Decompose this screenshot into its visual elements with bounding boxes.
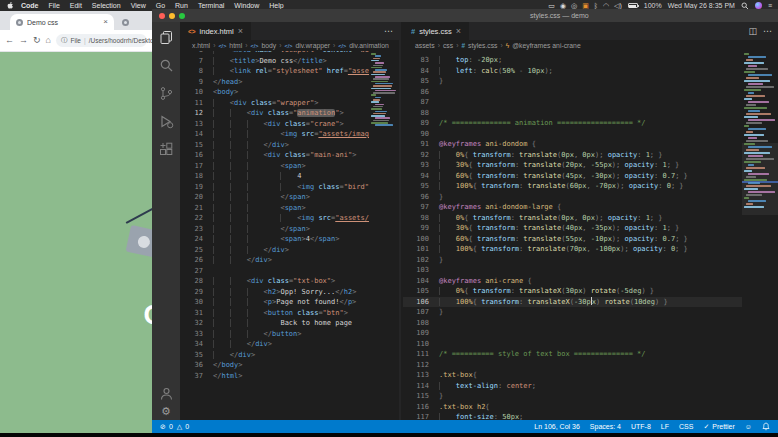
formatter-status[interactable]: ✓ Prettier — [703, 423, 734, 431]
code-line-20[interactable]: 20 </span> — [180, 192, 399, 203]
code-line-27[interactable]: 27 — [180, 266, 399, 277]
code-line-110[interactable]: 110 — [403, 339, 778, 350]
code-line-105[interactable]: 105 0%{ transform: translateX(30px) rota… — [403, 286, 778, 297]
code-line-22[interactable]: 22 <img src="assets/images/bird.png"> — [180, 213, 399, 224]
code-line-10[interactable]: 10<body> — [180, 87, 399, 98]
breadcrumb-item[interactable]: x.html — [192, 42, 210, 49]
breadcrumb-item[interactable]: styles.css — [468, 42, 497, 49]
code-line-89[interactable]: 89/* ============== animation ==========… — [403, 118, 778, 129]
code-line-94[interactable]: 94 60%{ transform: translate(45px, -30px… — [403, 171, 778, 182]
code-line-114[interactable]: 114 text-align: center; — [403, 381, 778, 392]
explorer-icon[interactable] — [159, 30, 174, 45]
control-center-icon[interactable]: ≡ — [768, 2, 772, 9]
code-line-7[interactable]: 7 <title>Demo css</title> — [180, 56, 399, 67]
breadcrumb-item[interactable]: div.animation — [349, 42, 389, 49]
menu-item-file[interactable]: File — [49, 2, 60, 9]
account-icon[interactable] — [159, 386, 174, 401]
code-line-36[interactable]: 36</body> — [180, 360, 399, 371]
breadcrumb-right[interactable]: assets›css›#styles.css›ϟ@keyframes ani-c… — [403, 40, 778, 51]
code-line-18[interactable]: 18 4 — [180, 171, 399, 182]
window-zoom-button[interactable] — [179, 13, 185, 19]
tab-close-icon[interactable]: × — [103, 18, 108, 26]
code-line-86[interactable]: 86 — [403, 87, 778, 98]
screen-record-icon[interactable]: ◎ — [571, 2, 577, 9]
code-line-103[interactable]: 103 — [403, 265, 778, 276]
code-editor-styles-css[interactable]: 83 top: -20px;84 left: calc(50% - 10px);… — [403, 51, 778, 420]
code-line-116[interactable]: 116.txt-box h2{ — [403, 402, 778, 413]
source-control-icon[interactable] — [159, 86, 174, 101]
code-line-37[interactable]: 37</html> — [180, 371, 399, 382]
code-line-19[interactable]: 19 <img class="bird" src — [180, 182, 399, 193]
code-line-31[interactable]: 31 <button class="btn"> — [180, 308, 399, 319]
code-line-15[interactable]: 15 </div> — [180, 140, 399, 151]
code-line-97[interactable]: 97@keyframes ani-dondom-large { — [403, 202, 778, 213]
problems-warnings[interactable]: △ 0 — [177, 423, 189, 431]
indentation[interactable]: Spaces: 4 — [590, 423, 621, 430]
tab-close-icon[interactable]: × — [456, 27, 461, 36]
color-app-icon[interactable]: ▣ — [582, 2, 589, 9]
home-icon[interactable]: ⌂ — [46, 36, 51, 45]
code-line-111[interactable]: 111/* ========== style of text box =====… — [403, 349, 778, 360]
more-actions-icon[interactable]: ⋯ — [763, 26, 772, 36]
breadcrumb-item[interactable]: div.wrapper — [295, 42, 330, 49]
code-line-8[interactable]: 8 <link rel="stylesheet" href="assets/cs… — [180, 66, 399, 77]
language-mode[interactable]: CSS — [679, 423, 693, 430]
code-line-87[interactable]: 87 — [403, 97, 778, 108]
code-line-95[interactable]: 95 100%{ transform: translate(60px, -70p… — [403, 181, 778, 192]
address-bar[interactable]: ⓘ File | /Users/hoodrrh/Desktop — [56, 34, 147, 47]
code-line-83[interactable]: 83 top: -20px; — [403, 55, 778, 66]
video-icon[interactable]: ◉ — [560, 2, 566, 9]
code-line-84[interactable]: 84 left: calc(50% - 10px); — [403, 66, 778, 77]
menu-item-edit[interactable]: Edit — [70, 2, 82, 9]
code-line-99[interactable]: 99 30%{ transform: translate(40px, -35px… — [403, 223, 778, 234]
reload-icon[interactable]: ↻ — [33, 36, 41, 45]
code-line-24[interactable]: 24 <span>4</span> — [180, 234, 399, 245]
problems-errors[interactable]: ⊘ 0 — [160, 423, 173, 431]
menu-clock[interactable]: Wed May 26 8:35 PM — [668, 2, 735, 9]
split-editor-icon[interactable]: ◫ — [748, 26, 757, 36]
menu-item-terminal[interactable]: Terminal — [198, 2, 224, 9]
code-line-93[interactable]: 93 30%{ transform: translate(20px, -55px… — [403, 160, 778, 171]
code-line-32[interactable]: 32 Back to home page — [180, 318, 399, 329]
code-line-21[interactable]: 21 <span> — [180, 203, 399, 214]
cursor-position[interactable]: Ln 106, Col 36 — [534, 423, 580, 430]
code-line-28[interactable]: 28 <div class="txt-box"> — [180, 276, 399, 287]
code-line-96[interactable]: 96} — [403, 192, 778, 203]
siri-icon[interactable] — [755, 2, 762, 9]
code-line-101[interactable]: 101 100%{ transform: translate(70px, -10… — [403, 244, 778, 255]
extensions-icon[interactable] — [159, 142, 174, 157]
display-mirror-icon[interactable]: ▭ — [548, 2, 555, 9]
menu-item-view[interactable]: View — [131, 2, 146, 9]
more-actions-icon[interactable]: ⋯ — [384, 26, 393, 36]
search-icon[interactable] — [159, 58, 174, 73]
code-line-115[interactable]: 115} — [403, 391, 778, 402]
code-line-16[interactable]: 16 <div class="main-ani"> — [180, 150, 399, 161]
tab-styles-css[interactable]: # styles.css × — [403, 22, 470, 40]
code-editor-index-html[interactable]: 6 <meta name="viewport" content="wi7 <ti… — [180, 51, 399, 420]
feedback-icon[interactable]: ☺ — [745, 423, 752, 430]
browser-tab-demo-css[interactable]: Demo css × — [10, 14, 114, 30]
wifi-icon[interactable]: ◠ — [603, 2, 609, 9]
code-line-92[interactable]: 92 0%{ transform: translate(0px, 0px); o… — [403, 150, 778, 161]
code-line-108[interactable]: 108 — [403, 318, 778, 329]
minimap[interactable] — [742, 51, 778, 420]
menu-item-window[interactable]: Window — [234, 2, 259, 9]
code-line-9[interactable]: 9</head> — [180, 77, 399, 88]
back-icon[interactable]: ← — [5, 36, 14, 45]
eol-sequence[interactable]: LF — [661, 423, 669, 430]
code-line-104[interactable]: 104@keyframes ani-crane { — [403, 276, 778, 287]
apple-logo-icon[interactable] — [6, 1, 14, 10]
menu-item-go[interactable]: Go — [156, 2, 165, 9]
code-line-14[interactable]: 14 <img src="assets/images/crane.png"> — [180, 129, 399, 140]
tab-index-html[interactable]: <> index.html × — [180, 22, 252, 40]
code-line-29[interactable]: 29 <h2>Opp! Sorry...</h2> — [180, 287, 399, 298]
code-line-13[interactable]: 13 <div class="crane"> — [180, 119, 399, 130]
code-line-102[interactable]: 102} — [403, 255, 778, 266]
encoding[interactable]: UTF-8 — [631, 423, 651, 430]
forward-icon[interactable]: → — [19, 36, 28, 45]
menu-item-code[interactable]: Code — [21, 2, 39, 9]
code-line-34[interactable]: 34 </div> — [180, 339, 399, 350]
code-line-109[interactable]: 109 — [403, 328, 778, 339]
notifications-bell-icon[interactable] — [762, 422, 770, 431]
bluetooth-icon[interactable]: ᛒ — [594, 2, 598, 9]
